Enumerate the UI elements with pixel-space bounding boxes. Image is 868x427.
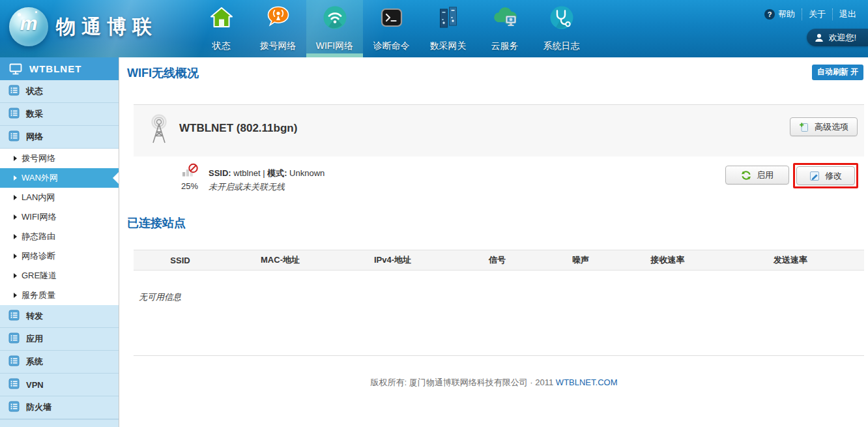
sidebar-item-forwarding[interactable]: 转发 [0, 305, 119, 328]
logout-link[interactable]: 退出 [832, 8, 863, 20]
sidebar-item-label: 静态路由 [22, 231, 55, 243]
sidebar-item-label: 应用 [26, 333, 43, 345]
sidebar-sliver [0, 419, 119, 427]
sidebar-item-label: 服务质量 [22, 289, 55, 301]
sidebar-item-status[interactable]: 状态 [0, 80, 119, 103]
wifi-status-row: 25% SSID: wtblnet | 模式: Unknown 未开启或未关联无… [134, 156, 864, 201]
ssid-line: SSID: wtblnet | 模式: Unknown [209, 168, 325, 179]
home-icon [209, 4, 234, 31]
gateway-icon [436, 4, 461, 31]
stations-column-header: 发送速率 [717, 254, 864, 266]
antenna-icon [145, 114, 173, 151]
submenu-arrow-icon [14, 214, 17, 220]
help-link[interactable]: ? 帮助 [758, 8, 802, 20]
sidebar-item-label: 数采 [26, 108, 43, 120]
nav-tab-label: 系统日志 [533, 40, 590, 52]
submenu-arrow-icon [14, 175, 17, 181]
stations-column-header: 噪声 [543, 254, 618, 266]
nav-tab-system-logs[interactable]: 系统日志 [533, 0, 590, 57]
monitor-icon [9, 63, 22, 75]
terminal-icon [380, 4, 403, 31]
sidebar: WTBLNET 状态数采网络拨号网络WAN外网LAN内网WIFI网络静态路由网络… [0, 57, 119, 427]
sidebar-item-apps[interactable]: 应用 [0, 328, 119, 351]
sidebar-item-net-diagnosis[interactable]: 网络诊断 [0, 246, 119, 266]
modify-button[interactable]: 修改 [796, 166, 855, 185]
sidebar-item-label: 网络诊断 [22, 250, 55, 262]
list-icon [8, 310, 20, 323]
welcome-label: 欢迎您! [828, 32, 856, 44]
sidebar-item-lan[interactable]: LAN内网 [0, 188, 119, 207]
footer-link[interactable]: WTBLNET.COM [556, 377, 618, 387]
advanced-options-button[interactable]: 高级选项 [790, 117, 858, 136]
stations-column-header: IPv4-地址 [334, 254, 452, 266]
wifi-card-title: WTBLNET (802.11bgn) [179, 122, 297, 135]
sidebar-item-label: GRE隧道 [22, 270, 57, 282]
nav-tab-status[interactable]: 状态 [193, 0, 250, 57]
nav-tab-label: 状态 [193, 40, 250, 52]
sidebar-item-network[interactable]: 网络 [0, 126, 119, 149]
page-title: WIFI无线概况 [127, 65, 199, 81]
ssid-value: wtblnet [233, 168, 260, 178]
ssid-separator: | [263, 168, 265, 178]
top-header: m 物通博联 状态拨号网络WIFI网络诊断命令数采网关云服务系统日志 ? 帮助 … [0, 0, 868, 57]
ssid-label: SSID: [209, 168, 231, 178]
submenu-arrow-icon [14, 293, 17, 298]
cloud-icon [491, 4, 519, 31]
nav-tab-label: 拨号网络 [250, 40, 306, 52]
sidebar-item-wan[interactable]: WAN外网 [0, 168, 119, 188]
top-links: ? 帮助 关于 退出 [758, 8, 863, 20]
sidebar-item-static-route[interactable]: 静态路由 [0, 227, 119, 246]
sidebar-items: 状态数采网络拨号网络WAN外网LAN内网WIFI网络静态路由网络诊断GRE隧道服… [0, 80, 119, 419]
welcome-badge[interactable]: 欢迎您! [807, 29, 868, 46]
sidebar-item-label: 系统 [26, 356, 43, 368]
logo-sphere-icon: m [9, 7, 48, 46]
signal-percent: 25% [174, 181, 205, 191]
sidebar-item-wifi[interactable]: WIFI网络 [0, 207, 119, 227]
enable-button[interactable]: 启用 [725, 166, 789, 184]
auto-refresh-toggle[interactable]: 自动刷新 开 [812, 65, 863, 80]
divider [134, 355, 864, 356]
about-link[interactable]: 关于 [802, 8, 832, 20]
selected-tab-strip [306, 53, 363, 57]
nav-tab-label: WIFI网络 [306, 40, 363, 52]
mode-value: Unknown [289, 168, 325, 178]
list-icon [8, 378, 20, 391]
sidebar-item-system[interactable]: 系统 [0, 351, 119, 374]
help-label: 帮助 [778, 8, 795, 20]
list-icon [8, 130, 20, 143]
selected-item-notch [113, 172, 119, 184]
stations-column-header: SSID [134, 256, 227, 265]
list-icon [8, 355, 20, 368]
sidebar-device-name: WTBLNET [29, 63, 81, 74]
advanced-options-icon [799, 122, 809, 132]
logout-label: 退出 [839, 8, 856, 20]
sidebar-item-firewall[interactable]: 防火墙 [0, 396, 119, 419]
list-icon [8, 108, 20, 121]
stations-empty-text: 无可用信息 [139, 291, 181, 303]
nav-tab-label: 云服务 [476, 40, 533, 52]
sidebar-item-gre-tunnel[interactable]: GRE隧道 [0, 266, 119, 286]
sidebar-item-dial-network[interactable]: 拨号网络 [0, 149, 119, 168]
nav-tab-dial-network[interactable]: 拨号网络 [250, 0, 306, 57]
nav-tab-cloud-service[interactable]: 云服务 [476, 0, 533, 57]
sidebar-item-label: VPN [26, 380, 44, 390]
nav-tab-label: 数采网关 [420, 40, 476, 52]
nav-tab-wifi-network[interactable]: WIFI网络 [306, 0, 363, 57]
submenu-arrow-icon [14, 273, 17, 278]
modify-edit-icon [809, 171, 820, 181]
sidebar-item-vpn[interactable]: VPN [0, 374, 119, 396]
nav-tab-diagnostics[interactable]: 诊断命令 [363, 0, 420, 57]
sidebar-item-label: 网络 [26, 131, 43, 143]
sidebar-item-label: WIFI网络 [22, 211, 56, 223]
list-icon [8, 85, 20, 98]
list-icon [8, 332, 20, 346]
sidebar-item-label: 转发 [26, 310, 43, 322]
nav-tab-data-gateway[interactable]: 数采网关 [420, 0, 476, 57]
sidebar-item-label: 防火墙 [26, 402, 51, 413]
sidebar-item-label: LAN内网 [22, 192, 55, 203]
wifi-card-header: WTBLNET (802.11bgn) 高级选项 [134, 105, 864, 156]
sidebar-item-qos[interactable]: 服务质量 [0, 286, 119, 305]
sidebar-item-data-collect[interactable]: 数采 [0, 103, 119, 126]
dial-icon [266, 4, 291, 31]
enable-refresh-icon [741, 170, 751, 181]
